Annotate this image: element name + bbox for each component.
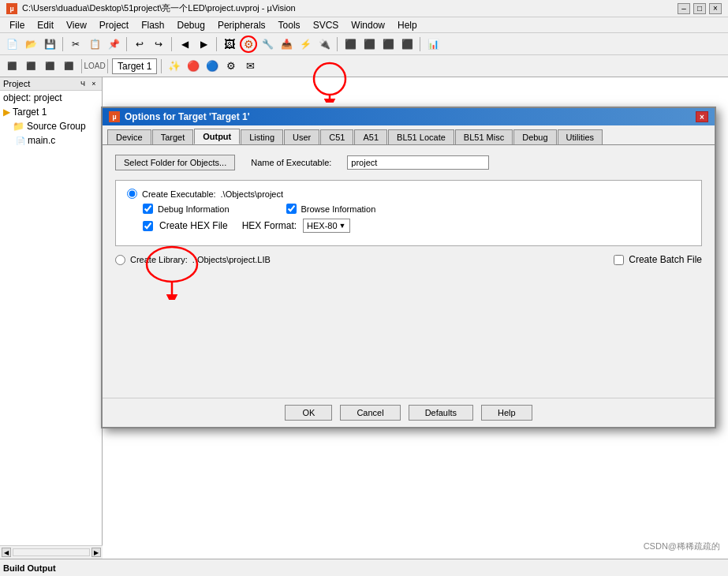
more-button[interactable]: ⚡ xyxy=(297,36,314,53)
open-tool-button[interactable]: 🔧 xyxy=(259,36,276,53)
sidebar-source-group[interactable]: 📁 Source Group xyxy=(0,119,102,133)
browse-info-checkbox[interactable] xyxy=(286,204,297,214)
close-button[interactable]: × xyxy=(709,3,722,14)
list-button[interactable]: 📊 xyxy=(424,36,442,53)
menu-edit[interactable]: Edit xyxy=(31,18,60,32)
menu-peripherals[interactable]: Peripherals xyxy=(211,18,272,32)
open-file-button[interactable]: 📂 xyxy=(22,36,39,53)
sidebar-close-icon[interactable]: × xyxy=(89,79,99,88)
tab-utilities[interactable]: Utilities xyxy=(558,129,603,144)
menu-svcs[interactable]: SVCS xyxy=(307,18,345,32)
undo-button[interactable]: ↩ xyxy=(131,36,148,53)
tab-c51[interactable]: C51 xyxy=(320,129,353,144)
tab-debug[interactable]: Debug xyxy=(513,129,556,144)
dialog-title-text: Options for Target 'Target 1' xyxy=(125,111,250,122)
save-button[interactable]: 💾 xyxy=(41,36,58,53)
scroll-left-button[interactable]: ◀ xyxy=(2,548,11,557)
menu-bar: File Edit View Project Flash Debug Perip… xyxy=(0,17,728,33)
cancel-button[interactable]: Cancel xyxy=(340,405,400,421)
menu-file[interactable]: File xyxy=(3,18,31,32)
separator-4 xyxy=(216,37,217,51)
tab-bl51-locate[interactable]: BL51 Locate xyxy=(388,129,454,144)
create-lib-path: .\Objects\project.LIB xyxy=(192,255,271,264)
build-btn4[interactable]: ⬛ xyxy=(60,58,77,75)
menu-view[interactable]: View xyxy=(60,18,93,32)
build-btn3[interactable]: ⬛ xyxy=(41,58,58,75)
sidebar-header-icons: Ч × xyxy=(78,79,99,88)
tab-listing[interactable]: Listing xyxy=(241,129,283,144)
menu-flash[interactable]: Flash xyxy=(135,18,170,32)
nav-back-button[interactable]: ◀ xyxy=(176,36,193,53)
align-center-button[interactable]: ⬛ xyxy=(360,36,378,53)
menu-project[interactable]: Project xyxy=(93,18,135,32)
name-input[interactable] xyxy=(347,155,489,170)
create-exec-path: .\Objects\project xyxy=(221,189,283,199)
dialog-icon: µ xyxy=(109,111,120,122)
align-right-button[interactable]: ⬛ xyxy=(379,36,397,53)
menu-window[interactable]: Window xyxy=(345,18,391,32)
ok-button[interactable]: OK xyxy=(285,405,332,421)
sidebar-title: Project xyxy=(3,79,30,88)
build-btn1[interactable]: ⬛ xyxy=(3,58,21,75)
help-button[interactable]: Help xyxy=(481,405,532,421)
tab-target[interactable]: Target xyxy=(152,129,194,144)
hex-format-dropdown[interactable]: HEX-80 ▼ xyxy=(303,219,349,233)
tab-device[interactable]: Device xyxy=(107,129,151,144)
new-file-button[interactable]: 📄 xyxy=(3,36,21,53)
scroll-right-button[interactable]: ▶ xyxy=(91,548,101,557)
stack-button[interactable]: 🔌 xyxy=(315,36,333,53)
tab-user[interactable]: User xyxy=(284,129,319,144)
debug-info-checkbox[interactable] xyxy=(143,204,153,214)
window-controls: – □ × xyxy=(678,3,722,14)
options-target-button[interactable]: ⚙ xyxy=(240,36,257,53)
sidebar-main-c[interactable]: 📄 main.c xyxy=(0,133,102,148)
top-row: Select Folder for Objects... Name of Exe… xyxy=(115,155,702,170)
menu-debug[interactable]: Debug xyxy=(171,18,211,32)
menu-tools[interactable]: Tools xyxy=(272,18,307,32)
target-selector[interactable]: Target 1 xyxy=(112,58,157,74)
dialog-close-button[interactable]: × xyxy=(696,111,708,122)
nav-fwd-button[interactable]: ▶ xyxy=(195,36,212,53)
select-folder-button[interactable]: Select Folder for Objects... xyxy=(115,155,235,170)
options-section: Create Executable: .\Objects\project Deb… xyxy=(115,180,702,246)
tab-a51[interactable]: A51 xyxy=(354,129,387,144)
cut-button[interactable]: ✂ xyxy=(67,36,84,53)
hex-format-label: HEX Format: xyxy=(242,220,297,231)
mail-button[interactable]: ✉ xyxy=(241,58,259,75)
create-lib-radio[interactable] xyxy=(115,255,125,265)
option-magic-button[interactable]: ✨ xyxy=(166,58,183,75)
options-dialog: µ Options for Target 'Target 1' × Device… xyxy=(101,107,716,428)
create-hex-label: Create HEX File xyxy=(159,220,228,231)
paste-button[interactable]: 📌 xyxy=(105,36,122,53)
redo-button[interactable]: ↪ xyxy=(150,36,167,53)
build-btn2[interactable]: ⬛ xyxy=(22,58,39,75)
menu-help[interactable]: Help xyxy=(391,18,424,32)
minimize-button[interactable]: – xyxy=(678,3,690,14)
maximize-button[interactable]: □ xyxy=(693,3,706,14)
load-btn[interactable]: LOAD xyxy=(86,58,103,75)
tab-output[interactable]: Output xyxy=(194,129,240,144)
copy-button[interactable]: 📋 xyxy=(86,36,103,53)
defaults-button[interactable]: Defaults xyxy=(409,405,473,421)
tab-bl51-misc[interactable]: BL51 Misc xyxy=(455,129,513,144)
create-lib-label: Create Library: xyxy=(130,255,188,264)
sep-t2-2 xyxy=(107,59,108,73)
file-label: main.c xyxy=(28,135,55,146)
insert-src-button[interactable]: 🔴 xyxy=(185,58,202,75)
align-left-button[interactable]: ⬛ xyxy=(342,36,359,53)
scroll-track[interactable] xyxy=(13,548,90,556)
sidebar-pin-icon[interactable]: Ч xyxy=(78,79,88,88)
insert-tool2-button[interactable]: 📥 xyxy=(278,36,295,53)
sidebar-target-item[interactable]: ▶ Target 1 xyxy=(0,105,102,119)
bottom-row: Create Library: .\Objects\project.LIB Cr… xyxy=(115,254,702,265)
debug-option-button[interactable]: ⚙ xyxy=(222,58,240,75)
create-batch-checkbox[interactable] xyxy=(614,255,624,265)
create-exec-radio[interactable] xyxy=(127,189,137,199)
create-hex-checkbox[interactable] xyxy=(143,221,153,231)
sync-button[interactable]: 🔵 xyxy=(203,58,221,75)
align-justify-button[interactable]: ⬛ xyxy=(398,36,416,53)
insert-image-button[interactable]: 🖼 xyxy=(221,36,238,53)
sidebar-project-item[interactable]: object: project xyxy=(0,91,102,105)
dialog-title-bar: µ Options for Target 'Target 1' × xyxy=(103,108,715,125)
dialog-content: Select Folder for Objects... Name of Exe… xyxy=(103,145,715,398)
